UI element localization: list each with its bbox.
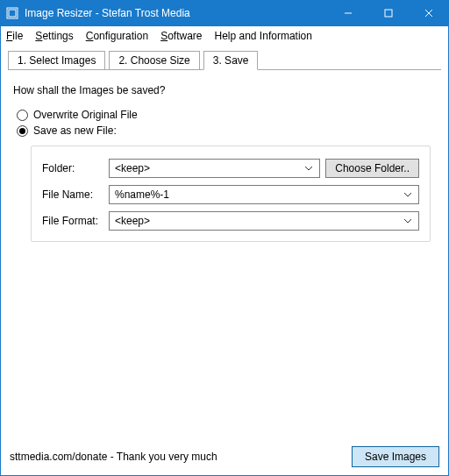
minimize-button[interactable] bbox=[328, 0, 368, 26]
window-buttons bbox=[328, 0, 449, 26]
svg-rect-1 bbox=[9, 10, 16, 17]
radio-savenew[interactable] bbox=[17, 125, 28, 137]
choose-folder-button[interactable]: Choose Folder.. bbox=[325, 159, 419, 178]
window-title: Image Resizer - Stefan Trost Media bbox=[25, 7, 328, 19]
save-options-group: Folder: <keep> Choose Folder.. File Name… bbox=[31, 146, 431, 242]
menu-software[interactable]: Software bbox=[160, 30, 202, 42]
app-icon bbox=[5, 6, 19, 20]
chevron-down-icon bbox=[303, 164, 314, 173]
folder-combo-value: <keep> bbox=[115, 162, 303, 174]
radio-savenew-label: Save as new File: bbox=[33, 124, 117, 137]
tab-select-images[interactable]: 1. Select Images bbox=[8, 51, 105, 70]
fileformat-combo-value: <keep> bbox=[115, 215, 403, 227]
menu-file[interactable]: File bbox=[6, 30, 23, 42]
radio-savenew-row[interactable]: Save as new File: bbox=[17, 124, 436, 137]
menu-settings[interactable]: Settings bbox=[35, 30, 73, 42]
filename-combo-value: %name%-1 bbox=[115, 188, 403, 201]
close-button[interactable] bbox=[409, 0, 449, 26]
menu-configuration[interactable]: Configuration bbox=[86, 30, 148, 42]
tab-choose-size[interactable]: 2. Choose Size bbox=[109, 51, 199, 70]
maximize-button[interactable] bbox=[368, 0, 409, 26]
title-bar: Image Resizer - Stefan Trost Media bbox=[0, 0, 449, 26]
tab-strip: 1. Select Images 2. Choose Size 3. Save bbox=[1, 46, 448, 70]
chevron-down-icon bbox=[403, 217, 413, 225]
fileformat-combo[interactable]: <keep> bbox=[109, 211, 419, 231]
radio-overwrite-label: Overwrite Original File bbox=[33, 109, 138, 121]
tab-save[interactable]: 3. Save bbox=[203, 51, 259, 70]
label-fileformat: File Format: bbox=[42, 215, 109, 227]
footer: sttmedia.com/donate - Thank you very muc… bbox=[1, 444, 448, 475]
save-prompt: How shall the Images be saved? bbox=[13, 84, 436, 96]
window-body: File Settings Configuration Software Hel… bbox=[0, 26, 449, 476]
label-folder: Folder: bbox=[42, 162, 109, 174]
filename-combo[interactable]: %name%-1 bbox=[109, 185, 419, 204]
radio-overwrite[interactable] bbox=[17, 110, 28, 121]
svg-rect-3 bbox=[385, 10, 392, 17]
menu-bar: File Settings Configuration Software Hel… bbox=[1, 26, 448, 46]
chevron-down-icon bbox=[403, 190, 413, 199]
footer-message: sttmedia.com/donate - Thank you very muc… bbox=[10, 451, 352, 463]
menu-help[interactable]: Help and Information bbox=[215, 30, 312, 42]
save-images-button[interactable]: Save Images bbox=[352, 446, 439, 467]
radio-overwrite-row[interactable]: Overwrite Original File bbox=[17, 109, 436, 121]
tab-content: How shall the Images be saved? Overwrite… bbox=[1, 70, 448, 444]
folder-combo[interactable]: <keep> bbox=[109, 159, 320, 178]
label-filename: File Name: bbox=[42, 188, 109, 201]
